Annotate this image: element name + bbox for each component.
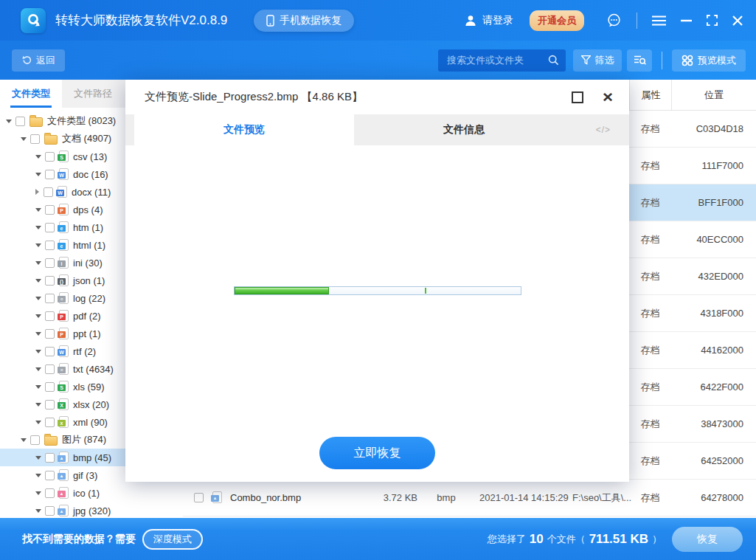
user-icon xyxy=(464,14,477,27)
expand-arrow-icon[interactable] xyxy=(21,438,27,442)
expand-arrow-icon[interactable] xyxy=(35,474,41,477)
service-headset-icon[interactable] xyxy=(606,13,622,28)
checkbox[interactable] xyxy=(45,382,55,392)
tree-item[interactable]: ▲ico (1) xyxy=(0,484,183,502)
checkbox[interactable] xyxy=(45,311,55,321)
maximize-icon[interactable] xyxy=(707,15,718,26)
expand-arrow-icon[interactable] xyxy=(35,456,41,460)
checkbox[interactable] xyxy=(45,276,55,286)
modal-header: 文件预览-Slide_Progress2.bmp 【4.86 KB】 × xyxy=(125,80,629,114)
expand-arrow-icon[interactable] xyxy=(35,155,41,159)
checkbox[interactable] xyxy=(44,187,53,197)
expand-arrow-icon[interactable] xyxy=(35,314,41,318)
checkbox[interactable] xyxy=(45,241,55,250)
expand-arrow-icon[interactable] xyxy=(35,350,41,353)
checkbox[interactable] xyxy=(45,347,55,356)
checkbox[interactable] xyxy=(30,435,40,445)
expand-arrow-icon[interactable] xyxy=(35,243,41,247)
tree-item[interactable]: ▲jpg (320) xyxy=(0,502,183,519)
folder-icon xyxy=(30,117,43,127)
checkbox[interactable] xyxy=(30,134,40,144)
preview-mode-button[interactable]: 预览模式 xyxy=(672,49,746,72)
checkbox[interactable] xyxy=(45,294,55,303)
checkbox[interactable] xyxy=(45,506,55,516)
rtf-file-icon: W xyxy=(59,345,69,357)
table-row[interactable]: ▲Combo_nor.bmp3.72 KBbmp2021-01-14 14:15… xyxy=(183,480,756,516)
checkbox[interactable] xyxy=(45,453,55,463)
search-icon[interactable] xyxy=(548,55,559,66)
code-view-icon[interactable]: </> xyxy=(596,125,611,135)
advanced-search-button[interactable] xyxy=(627,49,652,72)
tab-file-path[interactable]: 文件路径 xyxy=(62,80,124,108)
xml-file-icon: x xyxy=(59,416,69,428)
expand-arrow-icon[interactable] xyxy=(35,208,41,212)
pdf-file-icon: P xyxy=(59,310,69,322)
column-header-attribute[interactable]: 属性 xyxy=(629,80,672,110)
expand-arrow-icon[interactable] xyxy=(35,385,41,389)
folder-icon xyxy=(44,135,58,145)
selection-unit: 个文件（ xyxy=(547,533,586,546)
file-attribute: 存档 xyxy=(629,480,671,516)
expand-arrow-icon[interactable] xyxy=(35,261,41,265)
tree-item-label: jpg (320) xyxy=(73,505,111,516)
expand-arrow-icon[interactable] xyxy=(35,279,41,283)
expand-arrow-icon[interactable] xyxy=(35,491,41,495)
tree-item-label: doc (16) xyxy=(73,169,108,180)
expand-arrow-icon[interactable] xyxy=(35,226,41,229)
modal-title: 文件预览-Slide_Progress2.bmp 【4.86 KB】 xyxy=(145,90,363,104)
expand-arrow-icon[interactable] xyxy=(35,367,41,371)
back-button[interactable]: 返回 xyxy=(12,49,65,72)
checkbox[interactable] xyxy=(45,170,55,179)
file-attribute: 存档 xyxy=(629,111,671,147)
checkbox[interactable] xyxy=(45,400,55,409)
jpg-file-icon: ▲ xyxy=(59,505,69,516)
close-icon[interactable] xyxy=(732,15,743,26)
menu-icon[interactable] xyxy=(652,15,666,26)
file-size: 3.72 KB xyxy=(330,480,417,516)
file-attribute: 存档 xyxy=(629,221,671,257)
file-attribute: 存档 xyxy=(629,295,671,331)
modal-maximize-icon[interactable] xyxy=(572,91,583,103)
expand-arrow-icon[interactable] xyxy=(6,120,12,123)
checkbox[interactable] xyxy=(45,418,55,427)
deep-mode-button[interactable]: 深度模式 xyxy=(142,529,203,550)
minimize-icon[interactable] xyxy=(681,19,692,22)
previewed-progress-bar-image xyxy=(234,286,521,295)
file-location: 432ED000 xyxy=(671,258,743,294)
tab-file-type[interactable]: 文件类型 xyxy=(0,80,62,108)
search-input[interactable] xyxy=(445,54,548,66)
modal-tab-info[interactable]: 文件信息 xyxy=(354,114,574,145)
checkbox[interactable] xyxy=(45,223,55,232)
phone-recovery-button[interactable]: 手机数据恢复 xyxy=(254,10,354,32)
checkbox[interactable] xyxy=(194,493,204,502)
expand-arrow-icon[interactable] xyxy=(21,137,27,141)
toolbar: 返回 筛选 预览模式 xyxy=(0,41,756,80)
expand-arrow-icon[interactable] xyxy=(35,189,39,195)
checkbox[interactable] xyxy=(15,117,25,126)
expand-arrow-icon[interactable] xyxy=(35,403,41,407)
checkbox[interactable] xyxy=(45,488,55,498)
checkbox[interactable] xyxy=(45,364,55,374)
expand-arrow-icon[interactable] xyxy=(35,173,41,176)
column-header-location[interactable]: 位置 xyxy=(671,80,756,110)
recover-now-button[interactable]: 立即恢复 xyxy=(319,437,435,469)
checkbox[interactable] xyxy=(45,329,55,339)
selection-count: 10 xyxy=(530,532,544,547)
checkbox[interactable] xyxy=(45,258,55,268)
checkbox[interactable] xyxy=(45,471,55,480)
filter-button[interactable]: 筛选 xyxy=(573,49,622,72)
expand-arrow-icon[interactable] xyxy=(35,421,41,424)
modal-tab-preview[interactable]: 文件预览 xyxy=(134,114,354,145)
recover-button[interactable]: 恢复 xyxy=(672,527,743,552)
expand-arrow-icon[interactable] xyxy=(35,332,41,336)
progress-bar-fill xyxy=(235,287,329,294)
vip-button[interactable]: 开通会员 xyxy=(530,10,584,31)
expand-arrow-icon[interactable] xyxy=(35,297,41,300)
checkbox[interactable] xyxy=(45,205,55,215)
modal-close-icon[interactable]: × xyxy=(603,89,613,106)
bmp-file-icon: ▲ xyxy=(212,491,222,503)
login-button[interactable]: 请登录 xyxy=(464,14,513,27)
file-location: 38473000 xyxy=(671,406,743,442)
expand-arrow-icon[interactable] xyxy=(35,509,41,513)
checkbox[interactable] xyxy=(45,152,55,162)
